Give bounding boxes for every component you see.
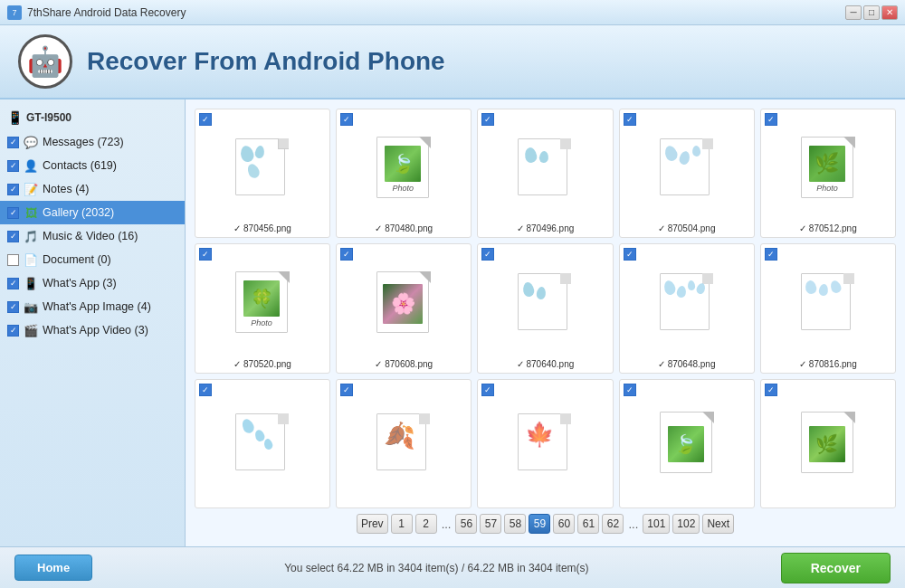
grid-item[interactable]: ✓ 🌸 ✓ 870608.png [336, 243, 472, 373]
document-icon: 📄 [23, 251, 39, 268]
grid-item[interactable]: ✓ 🍃 [619, 379, 755, 508]
whatsapp-video-icon: 🎬 [23, 322, 39, 338]
titlebar: 7 7thShare Android Data Recovery ─ □ ✕ [0, 0, 905, 25]
page-button-61[interactable]: 61 [577, 514, 599, 534]
file-thumbnail [765, 248, 891, 356]
file-thumbnail: 🌸 [340, 248, 467, 356]
grid-item[interactable]: ✓ ✓ 870816.png [760, 243, 896, 373]
sidebar-item-notes[interactable]: ✓ 📝 Notes (4) [0, 177, 185, 201]
file-thumbnail: 🍃 [624, 384, 750, 502]
file-thumbnail: 🍀 Photo [199, 248, 326, 356]
grid-item[interactable]: ✓ ✓ 870640.png [477, 243, 613, 373]
sidebar-item-whatsapp[interactable]: ✓ 📱 What's App (3) [0, 271, 185, 295]
page-button-102[interactable]: 102 [672, 514, 700, 534]
messages-checkbox[interactable]: ✓ [7, 137, 19, 148]
sidebar-item-whatsapp-image[interactable]: ✓ 📷 What's App Image (4) [0, 295, 185, 318]
prev-page-button[interactable]: Prev [357, 514, 388, 534]
grid-item[interactable]: ✓ [195, 379, 330, 508]
sidebar-item-contacts[interactable]: ✓ 👤 Contacts (619) [0, 154, 185, 177]
file-thumbnail [624, 113, 750, 222]
sidebar-item-gallery[interactable]: ✓ 🖼 Gallery (2032) [0, 201, 185, 224]
sidebar-item-whatsapp-video[interactable]: ✓ 🎬 What's App Video (3) [0, 318, 185, 342]
grid-item[interactable]: ✓ 🌿 [760, 379, 896, 508]
home-button[interactable]: Home [14, 555, 92, 581]
sidebar-item-music-video[interactable]: ✓ 🎵 Music & Video (16) [0, 224, 185, 248]
page-button-60[interactable]: 60 [553, 514, 575, 534]
notes-icon: 📝 [23, 181, 39, 197]
device-name: GT-I9500 [26, 111, 71, 124]
filename: ✓ 870608.png [340, 359, 467, 369]
file-thumbnail: 🍂 [340, 384, 467, 502]
page-dots: ... [440, 517, 453, 531]
android-icon: 🤖 [27, 44, 63, 79]
sidebar-item-messages[interactable]: ✓ 💬 Messages (723) [0, 130, 185, 154]
close-button[interactable]: ✕ [881, 5, 898, 20]
grid-item[interactable]: ✓ ✓ 870456.png [195, 109, 330, 238]
document-label: Document (0) [43, 253, 111, 266]
page-button-2[interactable]: 2 [415, 514, 437, 534]
device-label: 📱 GT-I9500 [0, 107, 185, 130]
sidebar-item-document[interactable]: 📄 Document (0) [0, 248, 185, 271]
next-page-button[interactable]: Next [702, 514, 734, 534]
music-label: Music & Video (16) [43, 230, 138, 242]
gallery-checkbox[interactable]: ✓ [7, 207, 19, 219]
whatsapp-video-checkbox[interactable]: ✓ [7, 325, 19, 337]
file-thumbnail [624, 248, 750, 356]
page-button-101[interactable]: 101 [643, 514, 670, 534]
filename: ✓ 870496.png [481, 223, 608, 233]
minimize-button[interactable]: ─ [845, 5, 862, 20]
grid-item[interactable]: ✓ ✓ 870496.png [477, 109, 613, 238]
contacts-checkbox[interactable]: ✓ [7, 160, 19, 172]
music-checkbox[interactable]: ✓ [7, 231, 19, 242]
document-checkbox[interactable] [7, 254, 19, 266]
filename: ✓ 870504.png [624, 223, 750, 233]
image-grid: ✓ ✓ 870456.png ✓ [195, 109, 896, 508]
filename: ✓ 870816.png [765, 359, 891, 369]
recover-button[interactable]: Recover [781, 553, 891, 583]
whatsapp-checkbox[interactable]: ✓ [7, 278, 19, 289]
file-thumbnail [199, 384, 326, 502]
grid-item[interactable]: ✓ 🍁 [477, 379, 613, 508]
header-title: Recover From Android Phone [87, 47, 445, 76]
grid-item[interactable]: ✓ 🍂 [336, 379, 472, 508]
maximize-button[interactable]: □ [863, 5, 880, 20]
file-thumbnail [481, 248, 608, 356]
app-icon: 7 [7, 5, 22, 20]
content-area: ✓ ✓ 870456.png ✓ [186, 100, 905, 546]
page-button-57[interactable]: 57 [480, 514, 501, 534]
grid-item[interactable]: ✓ ✓ 870648.png [619, 243, 755, 373]
page-button-62[interactable]: 62 [602, 514, 624, 534]
device-icon: 📱 [7, 110, 23, 125]
file-thumbnail: 🍁 [481, 384, 608, 502]
page-button-56[interactable]: 56 [455, 514, 477, 534]
page-dots-2: ... [626, 517, 640, 531]
whatsapp-image-checkbox[interactable]: ✓ [7, 301, 19, 313]
notes-checkbox[interactable]: ✓ [7, 184, 19, 195]
whatsapp-image-icon: 📷 [23, 299, 39, 315]
page-button-58[interactable]: 58 [504, 514, 526, 534]
pagination: Prev 1 2 ... 56 57 58 59 60 61 62 ... 10… [195, 508, 896, 537]
whatsapp-video-label: What's App Video (3) [43, 324, 148, 337]
app-title: 7thShare Android Data Recovery [27, 6, 186, 19]
sidebar: 📱 GT-I9500 ✓ 💬 Messages (723) ✓ 👤 Contac… [0, 100, 186, 546]
titlebar-left: 7 7thShare Android Data Recovery [7, 5, 186, 20]
whatsapp-icon: 📱 [23, 275, 39, 291]
footer: Home You select 64.22 MB in 3404 item(s)… [0, 546, 905, 588]
grid-item[interactable]: ✓ 🍃 Photo ✓ 870480.png [336, 109, 472, 238]
filename: ✓ 870640.png [481, 359, 608, 369]
grid-item[interactable]: ✓ ✓ 870504.png [619, 109, 755, 238]
filename: ✓ 870512.png [765, 223, 891, 233]
grid-item[interactable]: ✓ 🌿 Photo ✓ 870512.png [760, 109, 896, 238]
messages-icon: 💬 [23, 134, 39, 150]
whatsapp-label: What's App (3) [43, 277, 117, 289]
gallery-icon: 🖼 [23, 204, 39, 221]
contacts-icon: 👤 [23, 157, 39, 174]
page-button-59[interactable]: 59 [529, 514, 550, 534]
grid-item[interactable]: ✓ 🍀 Photo ✓ 870520.png [195, 243, 330, 373]
file-thumbnail [481, 113, 608, 222]
music-icon: 🎵 [23, 228, 39, 244]
file-thumbnail [199, 113, 326, 222]
page-button-1[interactable]: 1 [391, 514, 413, 534]
contacts-label: Contacts (619) [43, 159, 117, 172]
notes-label: Notes (4) [43, 183, 89, 195]
